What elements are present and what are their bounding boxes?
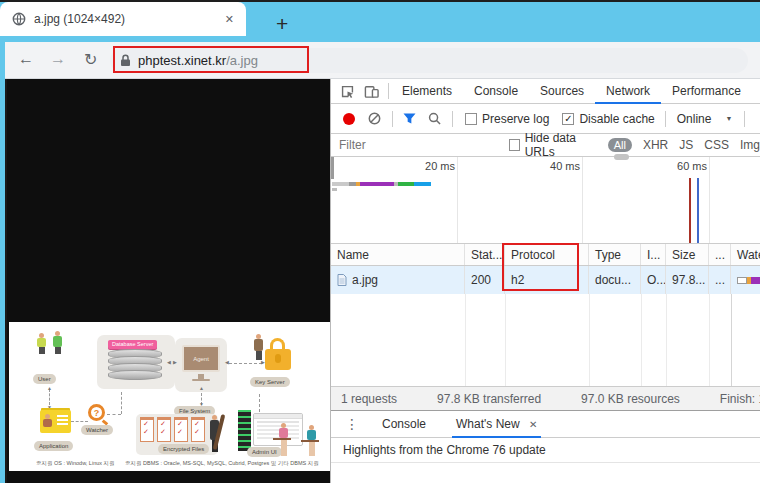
browser-tab[interactable]: a.jpg (1024×492) ✕ xyxy=(0,2,246,36)
tick-60ms: 60 ms xyxy=(657,160,707,172)
summary-finish: Finish: 14 ms xyxy=(720,392,760,406)
col-size[interactable]: Size xyxy=(666,244,709,265)
hide-data-urls-label[interactable]: Hide data URLs xyxy=(525,131,598,159)
tick-20ms: 20 ms xyxy=(405,160,455,172)
admin-screen xyxy=(253,413,303,446)
filter-type-all[interactable]: All xyxy=(608,138,632,152)
arrow-up-icon: ▲ xyxy=(199,386,204,391)
user-figure-1 xyxy=(37,333,46,354)
inspect-element-icon[interactable] xyxy=(340,84,355,99)
disable-cache-checkbox[interactable]: ✓ xyxy=(562,113,574,125)
table-empty-area xyxy=(331,294,760,386)
tab-performance[interactable]: Performance xyxy=(661,79,752,104)
filter-type-css[interactable]: CSS xyxy=(704,138,729,152)
hide-data-urls-checkbox[interactable] xyxy=(509,139,520,151)
clipboard-icon: ✓✓ xyxy=(174,417,188,442)
table-row[interactable]: a.jpg 200 h2 docu... O... 97.8... ... xyxy=(331,266,760,294)
overview-waterfall-bar xyxy=(332,182,431,186)
label-application: Application xyxy=(34,441,73,451)
connector-watcher-elbow xyxy=(107,414,121,415)
tab-bar: a.jpg (1024×492) ✕ + xyxy=(0,2,760,42)
col-name[interactable]: Name xyxy=(331,244,465,265)
preserve-log-label[interactable]: Preserve log xyxy=(482,112,549,126)
record-button[interactable] xyxy=(343,113,355,125)
network-overview[interactable]: 20 ms 40 ms 60 ms xyxy=(331,157,760,244)
disable-cache-label[interactable]: Disable cache xyxy=(579,112,654,126)
connector-agent-key xyxy=(229,363,262,364)
overview-grip[interactable] xyxy=(614,154,629,160)
label-key-server: Key Server xyxy=(250,377,290,387)
whats-new-heading[interactable]: Highlights from the Chrome 76 update xyxy=(343,443,546,457)
tab-elements[interactable]: Elements xyxy=(391,79,463,104)
application-figure xyxy=(43,414,52,427)
filter-input[interactable] xyxy=(339,138,489,152)
filter-type-xhr[interactable]: XHR xyxy=(643,138,668,152)
label-admin-ui: Admin UI xyxy=(247,447,282,457)
gridline xyxy=(457,157,458,243)
device-toolbar-icon[interactable] xyxy=(364,84,379,99)
page-content: User Database Server Agent Key Server xyxy=(5,79,330,483)
arrow-left-icon: ◀ xyxy=(225,360,229,365)
col-protocol[interactable]: Protocol xyxy=(505,244,589,265)
tab-console[interactable]: Console xyxy=(463,79,529,104)
drawer-tab-console[interactable]: Console xyxy=(378,410,430,438)
col-waterfall[interactable]: Waterfall xyxy=(731,244,760,265)
user-figure-2 xyxy=(53,331,62,354)
overview-scroll-grip xyxy=(331,157,334,179)
devtools-panel: Elements Console Sources Network Perform… xyxy=(330,79,760,483)
filter-type-img[interactable]: Img xyxy=(740,138,760,152)
folder-lines xyxy=(57,415,68,417)
col-initiator[interactable]: I... xyxy=(641,244,666,265)
back-icon[interactable]: ← xyxy=(18,50,34,68)
filter-bar: Hide data URLs All XHR JS CSS Img xyxy=(331,134,760,157)
whats-new-heading-row: Highlights from the Chrome 76 update xyxy=(331,438,760,463)
throttling-select[interactable]: Online xyxy=(677,112,712,126)
col-type[interactable]: Type xyxy=(589,244,641,265)
arrow-right-icon: ▶ xyxy=(173,360,177,365)
agent-box: Agent xyxy=(175,338,227,392)
gridline xyxy=(582,157,583,243)
devtools-tab-bar: Elements Console Sources Network Perform… xyxy=(331,79,760,104)
filter-funnel-icon[interactable] xyxy=(403,113,416,125)
reload-icon[interactable]: ↻ xyxy=(84,50,97,69)
arrow-left-icon: ◀ xyxy=(167,360,171,365)
agent-monitor: Agent xyxy=(182,345,220,372)
preserve-log-checkbox[interactable] xyxy=(465,113,477,125)
search-icon[interactable] xyxy=(428,112,441,125)
load-event-line xyxy=(689,178,691,243)
footnote-os: ※지원 OS : Winodw, Linux 지원 xyxy=(36,460,115,467)
connector-app-watcher xyxy=(71,421,88,422)
new-tab-button[interactable]: + xyxy=(276,12,288,36)
overview-bar-fragment xyxy=(332,188,337,191)
drawer-tab-close-icon[interactable]: ✕ xyxy=(529,419,537,430)
drawer-tab-whats-new[interactable]: What's New ✕ xyxy=(452,410,541,438)
footnote-dbms: ※지원 DBMS : Oracle, MS-SQL, MySQL, Cubrid… xyxy=(125,460,319,467)
col-time[interactable]: ... xyxy=(709,244,731,265)
chevron-down-icon[interactable]: ▼ xyxy=(725,115,732,122)
drawer-tab-bar: ⋮ Console What's New ✕ xyxy=(331,410,760,438)
clear-icon[interactable] xyxy=(368,112,381,125)
requests-table: Name Stat... Protocol Type I... Size ...… xyxy=(331,244,760,386)
filter-type-js[interactable]: JS xyxy=(679,138,693,152)
request-protocol: h2 xyxy=(505,266,589,294)
summary-requests: 1 requests xyxy=(341,392,397,406)
server-rack-icon xyxy=(238,410,251,451)
summary-bar: 1 requests 97.8 KB transferred 97.0 KB r… xyxy=(331,386,760,410)
clipboard-icon: ✓✓ xyxy=(191,417,205,442)
drawer-tab-label: What's New xyxy=(456,417,520,431)
forward-icon[interactable]: → xyxy=(50,50,66,68)
drawer-menu-icon[interactable]: ⋮ xyxy=(345,416,360,432)
col-status[interactable]: Stat... xyxy=(465,244,505,265)
monitor-base xyxy=(192,379,210,381)
clipboard-icon: ✓✓ xyxy=(140,417,154,442)
document-icon xyxy=(337,274,347,286)
address-bar[interactable]: phptest.xinet.kr/a.jpg xyxy=(110,48,748,73)
tab-close-icon[interactable]: ✕ xyxy=(221,11,238,28)
label-encrypted-files: Encrypted Files xyxy=(158,444,209,454)
tab-sources[interactable]: Sources xyxy=(529,79,595,104)
database-server-box: Database Server xyxy=(97,335,175,389)
network-toolbar: Preserve log ✓ Disable cache Online ▼ xyxy=(331,104,760,134)
label-watcher: Watcher xyxy=(81,425,113,435)
tab-network[interactable]: Network xyxy=(595,79,661,104)
arrow-right-icon: ▶ xyxy=(261,360,265,365)
